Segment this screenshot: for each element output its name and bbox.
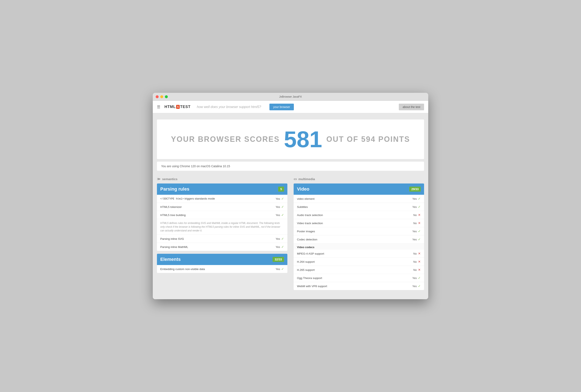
video-header: Video 29/33 [294, 183, 424, 195]
elements-score: 32/33 [272, 257, 284, 262]
list-item: HTML5 tree building Yes ✓ [157, 211, 287, 219]
cross-icon: ✕ [418, 268, 421, 272]
cross-icon: ✕ [418, 221, 421, 225]
parsing-rules-body: <!DOCTYPE html> triggers standards mode … [157, 195, 287, 251]
your-browser-button[interactable]: your browser [270, 104, 294, 110]
browser-window: JxBrowser JavaFX ☰ HTML 5 TEST how well … [153, 93, 428, 299]
video-score: 29/33 [409, 187, 421, 192]
check-icon: ✓ [418, 229, 421, 233]
check-icon: ✓ [281, 237, 284, 241]
semantics-label: semantics [162, 177, 178, 181]
cross-icon: ✕ [418, 260, 421, 264]
browser-info-text: You are using Chrome 120 on macOS Catali… [161, 164, 230, 168]
list-item: Video track selection No ✕ [294, 219, 424, 227]
browser-info: You are using Chrome 120 on macOS Catali… [157, 162, 424, 171]
test-result: Yes ✓ [276, 205, 284, 209]
test-label: WebM with VP8 support [297, 285, 327, 288]
video-body: video element Yes ✓ Subtitles Yes ✓ Audi… [294, 195, 424, 290]
test-label: Poster images [297, 230, 315, 233]
close-button[interactable] [156, 95, 158, 98]
video-codecs-subtitle: Video codecs [294, 244, 424, 250]
multimedia-label: multimedia [298, 177, 315, 181]
multimedia-header: ▭ multimedia [294, 177, 424, 181]
test-label: Codec detection [297, 238, 318, 241]
logo-html: HTML [164, 105, 176, 109]
score-label: YOUR BROWSER SCORES [171, 135, 280, 144]
check-icon: ✓ [418, 276, 421, 280]
check-icon: ✓ [418, 205, 421, 209]
multimedia-section: ▭ multimedia Video 29/33 video element Y… [294, 177, 424, 293]
test-result: Yes ✓ [276, 267, 284, 271]
elements-card: Elements 32/33 Embedding custom non-visi… [157, 254, 287, 273]
nav-buttons: your browser [270, 104, 294, 110]
check-icon: ✓ [281, 213, 284, 217]
logo: HTML 5 TEST [164, 105, 190, 109]
parsing-rules-header: Parsing rules 5 [157, 183, 287, 195]
test-label: H.264 support [297, 260, 315, 263]
test-result: No ✕ [413, 252, 421, 255]
test-result: Yes ✓ [276, 197, 284, 201]
semantics-icon: ≫ [157, 177, 160, 181]
check-icon: ✓ [281, 205, 284, 209]
test-label: HTML5 tree building [160, 214, 186, 217]
test-result: Yes ✓ [412, 197, 421, 201]
check-icon: ✓ [418, 238, 421, 241]
test-label: H.265 support [297, 268, 315, 272]
test-result: Yes ✓ [412, 229, 421, 233]
semantics-section: ≫ semantics Parsing rules 5 <!DOCTYPE ht… [157, 177, 287, 293]
cross-icon: ✕ [418, 252, 421, 255]
test-result: Yes ✓ [276, 237, 284, 241]
test-label: Parsing inline MathML [160, 245, 188, 249]
test-result: No ✕ [413, 260, 421, 264]
elements-body: Embedding custom non-visible data Yes ✓ [157, 265, 287, 273]
sections: ≫ semantics Parsing rules 5 <!DOCTYPE ht… [157, 177, 424, 293]
list-item: WebM with VP8 support Yes ✓ [294, 282, 424, 290]
test-label: MPEG-4 ASP support [297, 252, 324, 255]
main-content: YOUR BROWSER SCORES 581 OUT OF 594 POINT… [153, 113, 428, 299]
parsing-rules-score: 5 [278, 187, 284, 192]
about-test-button[interactable]: about the test [399, 104, 424, 110]
maximize-button[interactable] [165, 95, 168, 98]
parsing-rules-title: Parsing rules [160, 186, 189, 192]
cross-icon: ✕ [418, 213, 421, 217]
multimedia-icon: ▭ [294, 177, 297, 181]
check-icon: ✓ [418, 284, 421, 288]
test-label: Video track selection [297, 222, 323, 225]
check-icon: ✓ [281, 267, 284, 271]
check-icon: ✓ [281, 245, 284, 249]
list-item: <!DOCTYPE html> triggers standards mode … [157, 195, 287, 203]
test-result: Yes ✓ [412, 205, 421, 209]
video-card: Video 29/33 video element Yes ✓ Subtitle… [294, 183, 424, 290]
titlebar: JxBrowser JavaFX [153, 93, 428, 101]
logo-badge: 5 [176, 105, 180, 109]
list-item: Poster images Yes ✓ [294, 227, 424, 235]
window-title: JxBrowser JavaFX [279, 95, 302, 98]
list-item: Audio track selection No ✕ [294, 211, 424, 219]
minimize-button[interactable] [160, 95, 163, 98]
test-result: No ✕ [413, 268, 421, 272]
semantics-header: ≫ semantics [157, 177, 287, 181]
test-label: Subtitles [297, 205, 308, 209]
tagline: how well does your browser support html5… [197, 105, 261, 109]
logo-test: TEST [180, 105, 190, 109]
list-item: Ogg Theora support Yes ✓ [294, 274, 424, 282]
test-label: Parsing inline SVG [160, 237, 184, 240]
test-result: Yes ✓ [412, 276, 421, 280]
list-item: video element Yes ✓ [294, 195, 424, 203]
check-icon: ✓ [418, 197, 421, 201]
test-result: No ✕ [413, 213, 421, 217]
list-item: Codec detection Yes ✓ [294, 235, 424, 244]
traffic-lights [156, 95, 168, 98]
list-item: MPEG-4 ASP support No ✕ [294, 250, 424, 258]
test-label: Audio track selection [297, 214, 323, 217]
list-item: Subtitles Yes ✓ [294, 203, 424, 211]
test-result: Yes ✓ [276, 245, 284, 249]
test-label: Ogg Theora support [297, 277, 322, 280]
hamburger-menu-icon[interactable]: ☰ [157, 105, 160, 109]
score-banner: YOUR BROWSER SCORES 581 OUT OF 594 POINT… [157, 119, 424, 159]
score-number: 581 [284, 128, 322, 151]
elements-title: Elements [160, 257, 181, 262]
check-icon: ✓ [281, 197, 284, 201]
list-item: H.264 support No ✕ [294, 258, 424, 266]
list-item: Embedding custom non-visible data Yes ✓ [157, 265, 287, 273]
